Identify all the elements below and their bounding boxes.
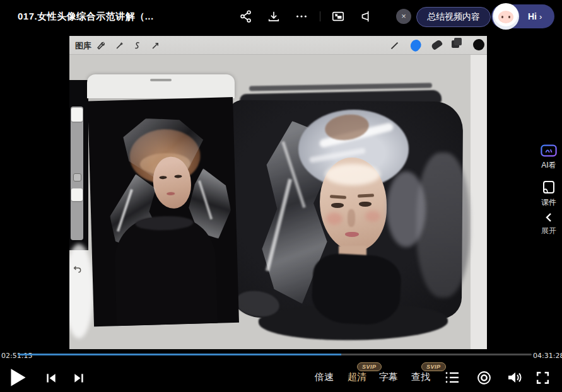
playback-speed-button[interactable]: 倍速 xyxy=(315,371,334,383)
quality-button[interactable]: 超清 xyxy=(348,371,366,383)
find-button[interactable]: 查找 xyxy=(411,371,430,383)
procreate-toolbar: 图库 xyxy=(69,36,487,55)
rail-item-ai-watch[interactable]: AI看 xyxy=(530,144,562,171)
picture-in-picture-icon[interactable] xyxy=(331,9,346,24)
video-title: 017.女性头像综合示范讲解（... xyxy=(18,11,154,23)
adjustments-wand-icon[interactable] xyxy=(114,40,125,51)
cast-icon[interactable] xyxy=(358,9,373,24)
color-swatch[interactable] xyxy=(473,39,484,50)
transform-arrow-icon[interactable] xyxy=(149,40,161,51)
previous-video-button[interactable] xyxy=(43,371,59,386)
procreate-canvas[interactable] xyxy=(69,55,487,349)
record-icon[interactable] xyxy=(475,369,493,386)
current-time: 02:51:15 xyxy=(1,352,32,360)
reference-window-header[interactable] xyxy=(87,74,235,98)
assistant-pill[interactable]: Hi › xyxy=(491,4,554,28)
next-video-button[interactable] xyxy=(71,371,87,386)
smudge-tool-icon-active[interactable] xyxy=(408,38,423,53)
rail-item-expand[interactable]: 展开 xyxy=(530,212,562,236)
video-player-page: 017.女性头像综合示范讲解（... × 总结视频内容 xyxy=(0,0,562,392)
summarize-video-button[interactable]: 总结视频内容 xyxy=(416,7,491,27)
assistant-avatar xyxy=(493,3,519,30)
progress-bar[interactable] xyxy=(18,354,532,355)
assistant-greeting: Hi xyxy=(528,11,537,21)
play-button[interactable] xyxy=(9,367,28,388)
subtitles-button[interactable]: 字幕 xyxy=(379,371,398,383)
rail-item-courseware[interactable]: 课件 xyxy=(530,180,562,208)
share-icon[interactable] xyxy=(238,9,254,24)
ai-watch-icon xyxy=(541,144,557,158)
playlist-icon[interactable] xyxy=(443,369,461,386)
video-frame[interactable]: 图库 xyxy=(69,36,487,349)
brush-opacity-slider[interactable] xyxy=(71,188,83,201)
painting-artwork xyxy=(224,83,479,348)
total-time: 04:31:28 xyxy=(533,352,562,360)
eraser-tool-icon[interactable] xyxy=(431,39,443,50)
undo-icon[interactable] xyxy=(72,263,83,274)
brush-size-slider[interactable] xyxy=(71,108,83,122)
chevron-right-icon: › xyxy=(539,12,542,21)
progress-fill xyxy=(18,354,341,355)
reference-window-handle[interactable] xyxy=(150,79,172,81)
svip-badge-quality: SVIP xyxy=(357,362,382,371)
fullscreen-icon[interactable] xyxy=(533,369,552,386)
reference-window[interactable] xyxy=(87,74,235,326)
gallery-button[interactable]: 图库 xyxy=(75,40,91,52)
selection-icon[interactable] xyxy=(131,40,143,51)
modify-button[interactable] xyxy=(73,173,81,182)
download-icon[interactable] xyxy=(266,9,281,24)
volume-icon[interactable] xyxy=(505,369,524,386)
reference-photo xyxy=(88,97,239,326)
brush-tool-icon[interactable] xyxy=(388,39,401,52)
more-options-icon[interactable] xyxy=(294,9,309,24)
courseware-icon xyxy=(542,180,556,195)
chevron-left-icon xyxy=(544,212,554,223)
close-button[interactable]: × xyxy=(396,9,411,24)
toolbar-divider xyxy=(320,11,320,21)
actions-wrench-icon[interactable] xyxy=(95,40,106,51)
brush-sidebar xyxy=(71,107,83,240)
svip-badge-find: SVIP xyxy=(421,362,446,371)
layers-icon[interactable] xyxy=(452,40,459,48)
